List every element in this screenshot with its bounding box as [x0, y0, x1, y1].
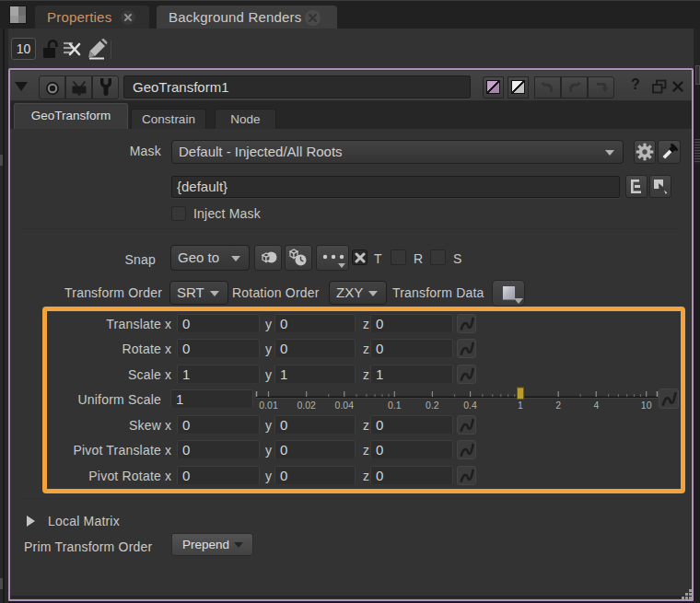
- svg-text:0.04: 0.04: [335, 400, 355, 411]
- svg-text:0.1: 0.1: [388, 400, 402, 411]
- svg-text:10: 10: [641, 400, 652, 411]
- svg-text:2: 2: [555, 400, 561, 411]
- svg-text:0.02: 0.02: [297, 400, 316, 411]
- svg-text:0.2: 0.2: [426, 400, 439, 411]
- svg-text:0.01: 0.01: [259, 400, 278, 411]
- svg-text:4: 4: [593, 400, 599, 411]
- svg-text:1: 1: [518, 400, 523, 411]
- svg-text:0.4: 0.4: [463, 400, 477, 411]
